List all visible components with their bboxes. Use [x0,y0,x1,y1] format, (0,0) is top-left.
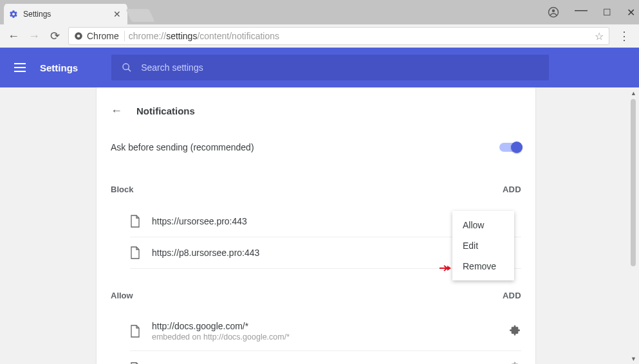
url-text: chrome:// settings /content/notification… [129,31,279,41]
search-box[interactable] [111,55,549,80]
content-viewport: ← Notifications Ask before sending (reco… [0,87,639,364]
search-icon [122,62,132,73]
site-identity-chip[interactable]: Chrome [74,31,125,41]
page-icon [130,246,140,259]
vertical-scrollbar[interactable]: ▲ ▼ [628,87,639,364]
chrome-icon [74,32,83,41]
settings-header: Settings [0,48,639,87]
svg-point-1 [552,10,555,13]
site-url: https://ursorsee.pro:443 [152,216,247,226]
allow-add-button[interactable]: ADD [503,291,521,300]
site-context-menu: Allow Edit Remove [452,211,514,280]
gear-icon [9,10,18,19]
panel-back-button[interactable]: ← [111,104,122,118]
menu-item-allow[interactable]: Allow [452,215,514,235]
settings-panel: ← Notifications Ask before sending (reco… [97,87,535,364]
tab-title: Settings [23,10,51,19]
scroll-thumb[interactable] [631,99,636,266]
ask-before-sending-toggle[interactable] [499,143,521,152]
menu-item-edit[interactable]: Edit [452,235,514,256]
block-section-header: Block ADD [111,185,521,194]
minimize-button[interactable]: — [575,3,588,17]
search-input[interactable] [141,62,539,73]
allow-site-row[interactable]: http://docs.google.com/* embedded on htt… [130,312,521,351]
reload-button[interactable]: ⟳ [48,29,62,43]
block-heading: Block [111,185,133,194]
block-add-button[interactable]: ADD [503,185,521,194]
chip-label: Chrome [87,31,119,41]
extension-icon [508,360,521,364]
panel-title: Notifications [136,105,195,116]
maximize-button[interactable]: ☐ [603,7,611,17]
ask-before-sending-row[interactable]: Ask before sending (recommended) [111,142,521,152]
allow-heading: Allow [111,291,133,300]
hamburger-menu-button[interactable] [14,63,26,72]
scroll-up-arrow-icon[interactable]: ▲ [628,87,639,98]
forward-button: → [27,30,41,43]
toolbar: ← → ⟳ Chrome chrome:// settings /content… [0,24,639,48]
svg-line-5 [128,69,131,71]
profile-icon[interactable] [548,6,559,18]
page-icon [130,362,140,365]
site-url: http://docs.google.com/* [152,321,290,331]
extension-icon [508,323,521,340]
back-button[interactable]: ← [6,30,21,43]
menu-item-remove[interactable]: Remove [452,256,514,277]
settings-title: Settings [40,62,78,73]
page-icon [130,325,140,338]
svg-point-4 [123,64,129,69]
window-titlebar: Settings ✕ — ☐ ✕ [0,0,639,24]
svg-point-3 [77,35,80,38]
address-bar[interactable]: Chrome chrome:// settings /content/notif… [68,27,609,45]
bookmark-star-icon[interactable]: ☆ [595,30,604,42]
site-url: https://p8.ursorsee.pro:443 [152,248,259,258]
ask-before-sending-label: Ask before sending (recommended) [111,142,254,152]
page-icon [130,215,140,228]
window-controls: — ☐ ✕ [548,0,635,24]
tab-close-button[interactable]: ✕ [112,9,122,19]
allow-section-header: Allow ADD [111,291,521,300]
new-tab-button[interactable] [125,9,154,22]
close-window-button[interactable]: ✕ [627,6,635,19]
annotation-arrow-icon [440,263,451,271]
site-sublabel: embedded on http://docs.google.com/* [152,332,290,341]
browser-tab[interactable]: Settings ✕ [4,4,127,24]
scroll-down-arrow-icon[interactable]: ▼ [628,353,639,364]
allow-site-row[interactable]: http://drive.google.com/* [130,351,521,364]
browser-menu-button[interactable]: ⋮ [616,29,633,43]
